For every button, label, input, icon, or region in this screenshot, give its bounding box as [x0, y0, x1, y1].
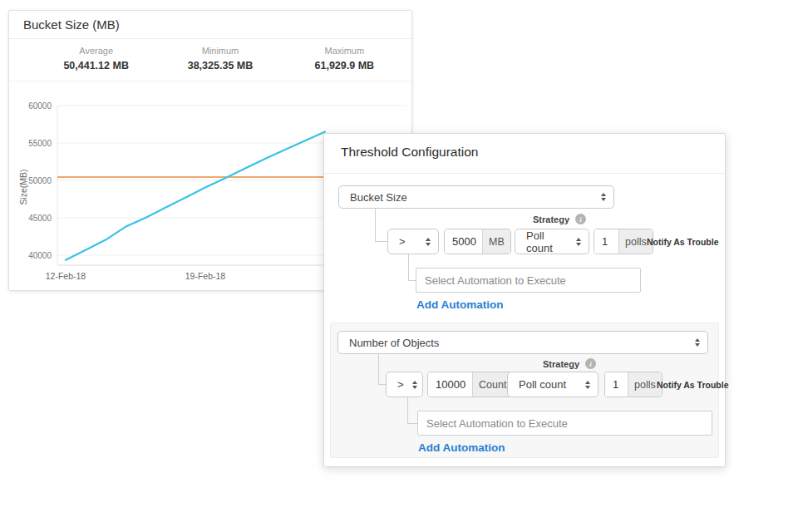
- svg-text:45000: 45000: [28, 214, 52, 223]
- operator-select-value: >: [399, 235, 406, 248]
- notify-as-trouble-label: Notify As Trouble: [657, 380, 729, 390]
- metric-select-value: Number of Objects: [349, 337, 439, 349]
- svg-text:12-Feb-18: 12-Feb-18: [46, 271, 86, 281]
- threshold-configuration-panel: Threshold Configuration Bucket Size Stra…: [323, 133, 726, 467]
- threshold-panel-title: Threshold Configuration: [324, 134, 725, 174]
- metric-select-number-of-objects[interactable]: Number of Objects: [337, 331, 708, 354]
- strategy-select[interactable]: Poll count: [507, 372, 598, 397]
- threshold-value-input[interactable]: [445, 229, 482, 254]
- info-icon[interactable]: i: [585, 358, 596, 369]
- info-icon[interactable]: i: [575, 214, 586, 224]
- updown-arrows-icon: [426, 238, 431, 246]
- automation-select-input[interactable]: [416, 268, 641, 293]
- stat-average-value: 50,441.12 MB: [34, 60, 158, 71]
- operator-select-value: >: [397, 378, 404, 391]
- poll-count-input[interactable]: [605, 372, 628, 397]
- strategy-label: Strategy: [543, 359, 579, 369]
- stat-minimum-value: 38,325.35 MB: [158, 60, 282, 71]
- updown-arrows-icon: [601, 193, 606, 201]
- tree-connector: [375, 209, 388, 242]
- svg-text:50000: 50000: [28, 176, 52, 185]
- notify-as-trouble-label: Notify As Trouble: [647, 237, 719, 247]
- strategy-row: Strategy i: [543, 358, 596, 369]
- poll-count-group: polls: [604, 372, 663, 397]
- strategy-select-value: Poll count: [526, 229, 569, 254]
- automation-select-input[interactable]: [417, 411, 712, 436]
- stat-maximum: Maximum 61,929.9 MB: [283, 46, 406, 81]
- stat-minimum-label: Minimum: [158, 46, 282, 56]
- threshold-value-group: Count: [427, 372, 513, 397]
- metric-select-bucket-size[interactable]: Bucket Size: [338, 185, 614, 209]
- poll-count-input[interactable]: [594, 229, 618, 254]
- operator-select[interactable]: >: [387, 229, 439, 254]
- threshold-value-group: MB: [444, 229, 511, 254]
- chart-stats-row: Average 50,441.12 MB Minimum 38,325.35 M…: [9, 39, 411, 81]
- metric-select-value: Bucket Size: [350, 191, 407, 204]
- threshold-unit-suffix: MB: [482, 229, 510, 254]
- strategy-select[interactable]: Poll count: [515, 229, 589, 254]
- updown-arrows-icon: [695, 338, 700, 347]
- svg-text:Size(MB): Size(MB): [18, 169, 28, 204]
- threshold-section-card: Number of Objects Strategy i > Count Pol…: [330, 323, 719, 458]
- threshold-value-input[interactable]: [428, 372, 472, 397]
- poll-count-group: polls: [594, 229, 653, 254]
- svg-text:19-Feb-18: 19-Feb-18: [185, 271, 226, 281]
- add-automation-link[interactable]: Add Automation: [418, 441, 505, 454]
- stat-maximum-value: 61,929.9 MB: [283, 60, 406, 71]
- svg-text:55000: 55000: [28, 139, 52, 148]
- operator-select[interactable]: >: [386, 372, 423, 397]
- add-automation-link[interactable]: Add Automation: [416, 298, 503, 311]
- strategy-row: Strategy i: [533, 214, 586, 224]
- svg-text:60000: 60000: [28, 101, 52, 111]
- strategy-label: Strategy: [533, 214, 569, 224]
- page-background: Bucket Size (MB) Average 50,441.12 MB Mi…: [0, 0, 798, 532]
- svg-text:40000: 40000: [28, 251, 52, 260]
- stat-average: Average 50,441.12 MB: [34, 46, 158, 81]
- stat-maximum-label: Maximum: [283, 46, 406, 56]
- stat-average-label: Average: [34, 46, 158, 56]
- updown-arrows-icon: [585, 381, 590, 389]
- chart-title: Bucket Size (MB): [9, 11, 411, 39]
- updown-arrows-icon: [412, 381, 417, 389]
- stat-minimum: Minimum 38,325.35 MB: [158, 46, 282, 81]
- strategy-select-value: Poll count: [519, 378, 566, 391]
- updown-arrows-icon: [576, 238, 581, 246]
